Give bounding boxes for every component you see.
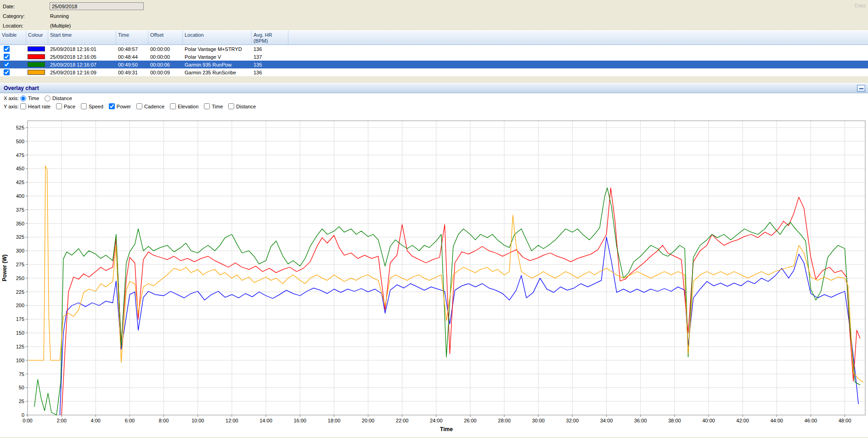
column-header-offset[interactable]: Offset xyxy=(148,31,183,45)
visible-checkbox[interactable] xyxy=(4,69,10,75)
x-axis-controls: X axis: TimeDistance xyxy=(0,93,868,102)
start-time-cell: 25/09/2018 12:16:01 xyxy=(48,46,116,52)
table-row[interactable]: 25/09/2018 12:16:0700:49:5000:00:06Garmi… xyxy=(0,61,868,68)
y-tick-label: 475 xyxy=(16,152,24,158)
yaxis-option-label: Elevation xyxy=(178,104,198,109)
colour-cell xyxy=(26,46,48,51)
offset-cell: 00:00:00 xyxy=(148,46,183,52)
collapse-icon xyxy=(859,88,863,89)
y-tick-label: 525 xyxy=(16,125,24,130)
colour-swatch[interactable] xyxy=(28,70,45,75)
avg-hr-cell: 136 xyxy=(252,70,288,75)
column-header-time[interactable]: Time xyxy=(116,31,148,45)
y-tick-label: 275 xyxy=(16,262,24,267)
colour-cell xyxy=(26,70,48,75)
x-tick-label: 32:00 xyxy=(566,418,579,423)
column-header-location[interactable]: Location xyxy=(183,31,252,45)
x-tick-label: 2:00 xyxy=(56,418,66,423)
x-tick-label: 10:00 xyxy=(192,418,204,423)
y-tick-label: 0 xyxy=(22,412,24,418)
yaxis-checkbox-speed[interactable] xyxy=(81,103,87,109)
yaxis-checkbox-distance[interactable] xyxy=(228,103,234,109)
yaxis-checkbox-pace[interactable] xyxy=(56,103,62,109)
x-tick-label: 42:00 xyxy=(736,418,749,423)
overlay-line-chart[interactable]: 0:002:004:006:008:0010:0012:0014:0016:00… xyxy=(0,111,868,437)
time-cell: 00:49:31 xyxy=(116,70,148,75)
x-tick-label: 12:00 xyxy=(225,418,238,423)
x-tick-label: 8:00 xyxy=(159,418,169,423)
series-line-polar-vantage-m-stryd xyxy=(60,237,858,415)
location-cell: Polar Vantage M+STRYD xyxy=(183,46,252,52)
yaxis-option-label: Power xyxy=(117,104,131,109)
y-tick-label: 375 xyxy=(16,207,24,213)
column-header-filler xyxy=(288,31,868,45)
date-label: Date: xyxy=(0,4,50,9)
category-label: Category: xyxy=(0,13,50,19)
yaxis-option-speed: Speed xyxy=(81,103,103,109)
table-row[interactable]: 25/09/2018 12:16:0100:48:5700:00:00Polar… xyxy=(0,45,868,53)
table-row[interactable]: 25/09/2018 12:16:0900:49:3100:00:09Garmi… xyxy=(0,68,868,76)
location-value: (Multiple) xyxy=(50,23,71,28)
yaxis-checkbox-power[interactable] xyxy=(109,103,115,109)
column-header-avg-hr-bpm[interactable]: Avg. HR (BPM) xyxy=(252,31,288,45)
x-tick-label: 14:00 xyxy=(259,418,272,423)
location-cell: Garmin 235 RunScribe xyxy=(183,70,252,75)
series-line-polar-vantage-v xyxy=(62,188,860,415)
column-header-visible[interactable]: Visible xyxy=(0,31,26,45)
table-row[interactable]: 25/09/2018 12:16:0500:48:4400:00:00Polar… xyxy=(0,53,868,61)
yaxis-option-label: Heart rate xyxy=(28,104,51,109)
x-tick-label: 20:00 xyxy=(362,418,375,423)
y-tick-label: 350 xyxy=(16,221,24,226)
visible-checkbox[interactable] xyxy=(4,54,10,60)
visible-cell xyxy=(0,46,26,52)
avg-hr-cell: 137 xyxy=(252,54,288,60)
start-time-cell: 25/09/2018 12:16:05 xyxy=(48,54,116,60)
x-tick-label: 4:00 xyxy=(91,418,101,423)
xaxis-option-label: Time xyxy=(28,95,39,101)
date-input[interactable] xyxy=(50,2,144,10)
avg-hr-cell: 136 xyxy=(252,46,288,52)
colour-swatch[interactable] xyxy=(28,46,45,51)
spacer xyxy=(0,76,868,83)
colour-swatch[interactable] xyxy=(28,54,45,59)
y-tick-label: 75 xyxy=(19,371,24,377)
column-header-colour[interactable]: Colour xyxy=(26,31,48,45)
yaxis-option-pace: Pace xyxy=(56,103,75,109)
time-cell: 00:48:57 xyxy=(116,46,148,52)
y-tick-label: 250 xyxy=(16,275,24,281)
yaxis-option-distance: Distance xyxy=(228,103,256,109)
grid-header-row: VisibleColourStart timeTimeOffsetLocatio… xyxy=(0,30,868,45)
location-cell: Polar Vantage V xyxy=(183,54,252,60)
x-tick-label: 44:00 xyxy=(770,418,783,423)
start-time-cell: 25/09/2018 12:16:09 xyxy=(48,70,116,75)
yaxis-checkbox-elevation[interactable] xyxy=(170,103,176,109)
column-header-start-time[interactable]: Start time xyxy=(48,31,116,45)
y-tick-label: 225 xyxy=(16,289,24,295)
visible-checkbox[interactable] xyxy=(4,62,10,67)
yaxis-checkbox-heart-rate[interactable] xyxy=(20,103,26,109)
offset-cell: 00:00:00 xyxy=(148,54,183,60)
yaxis-checkbox-cadence[interactable] xyxy=(136,103,142,109)
y-tick-label: 100 xyxy=(16,358,24,363)
y-tick-label: 200 xyxy=(16,303,24,308)
visible-checkbox[interactable] xyxy=(4,46,10,52)
x-tick-label: 22:00 xyxy=(396,418,409,423)
y-axis-controls: Y axis: Heart ratePaceSpeedPowerCadenceE… xyxy=(0,102,868,111)
x-tick-label: 0:00 xyxy=(23,418,32,423)
visible-cell xyxy=(0,69,26,75)
colour-swatch[interactable] xyxy=(28,62,45,67)
yaxis-option-cadence: Cadence xyxy=(136,103,164,109)
avg-hr-cell: 135 xyxy=(252,62,288,67)
yaxis-option-time: Time xyxy=(204,103,223,109)
collapse-section-button[interactable] xyxy=(857,85,865,92)
xaxis-radio-distance[interactable] xyxy=(45,95,51,101)
x-tick-label: 40:00 xyxy=(702,418,715,423)
overlay-chart-section-bar: Overlay chart xyxy=(0,83,868,93)
location-cell: Garmin 935 RunPow xyxy=(183,62,252,67)
yaxis-option-label: Pace xyxy=(64,104,75,109)
y-tick-label: 325 xyxy=(16,234,24,240)
yaxis-checkbox-time[interactable] xyxy=(204,103,210,109)
power-chart-svg[interactable]: 0:002:004:006:008:0010:0012:0014:0016:00… xyxy=(0,111,868,436)
xaxis-radio-time[interactable] xyxy=(20,95,26,101)
offset-cell: 00:00:09 xyxy=(148,70,183,75)
